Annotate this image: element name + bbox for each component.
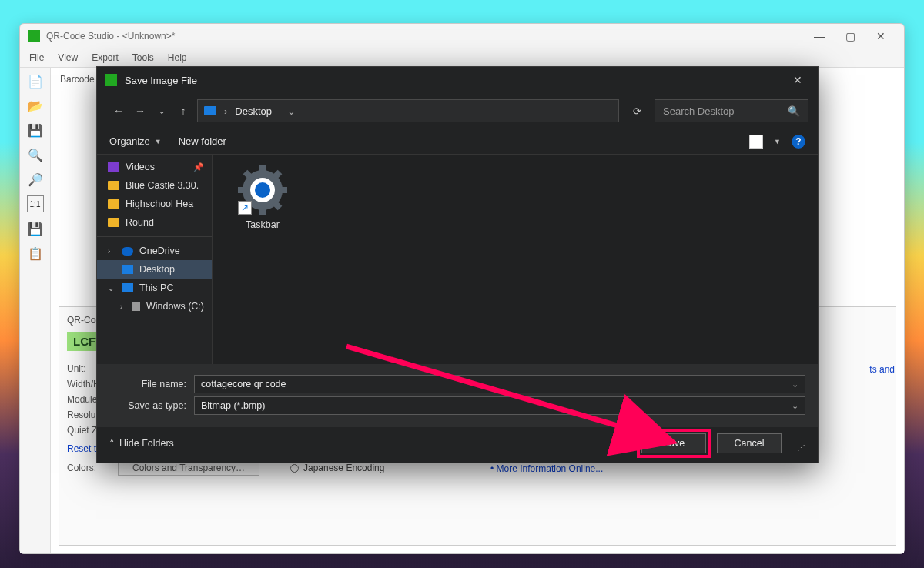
menu-view[interactable]: View xyxy=(58,52,78,63)
chevron-right-icon: › xyxy=(120,302,126,311)
zoom-in-icon[interactable]: 🔍 xyxy=(27,146,44,163)
search-input[interactable]: Search Desktop 🔍 xyxy=(654,99,808,122)
tree-item-highschool[interactable]: Highschool Hea xyxy=(97,195,212,213)
chevron-down-icon[interactable]: ⌄ xyxy=(792,379,798,389)
address-bar[interactable]: › Desktop ⌄ xyxy=(197,99,619,122)
export-image-icon[interactable]: 💾 xyxy=(27,220,44,237)
menu-file[interactable]: File xyxy=(29,52,44,63)
save-button[interactable]: Save xyxy=(641,433,706,453)
svg-rect-2 xyxy=(259,205,266,215)
dialog-toolbar: Organize ▼ New folder ▼ ? xyxy=(97,129,818,155)
nav-recent-icon[interactable]: ⌄ xyxy=(154,107,169,115)
file-item-label: Taskbar xyxy=(246,219,280,230)
chevron-down-icon: ▼ xyxy=(155,138,162,145)
minimize-button[interactable]: — xyxy=(804,25,835,47)
tree-item-bluecastle[interactable]: Blue Castle 3.30. xyxy=(97,176,212,195)
chevron-down-icon: ⌄ xyxy=(108,284,116,292)
cancel-button[interactable]: Cancel xyxy=(717,433,782,453)
svg-rect-1 xyxy=(259,165,266,175)
nav-back-icon[interactable]: ← xyxy=(111,105,126,117)
app-titlebar: QR-Code Studio - <Unknown>* — ▢ ✕ xyxy=(20,24,904,48)
savetype-label: Save as type: xyxy=(109,400,186,411)
new-doc-icon[interactable]: 📄 xyxy=(27,72,44,89)
onedrive-icon xyxy=(122,247,133,256)
app-icon xyxy=(28,30,40,42)
close-button[interactable]: ✕ xyxy=(865,25,896,47)
chevron-down-icon[interactable]: ⌄ xyxy=(792,401,798,411)
refresh-icon[interactable]: ⟳ xyxy=(625,105,648,117)
hide-folders-toggle[interactable]: ˄ Hide Folders xyxy=(109,438,174,449)
dialog-titlebar: Save Image File ✕ xyxy=(97,67,818,93)
tree-item-videos[interactable]: Videos📌 xyxy=(97,158,212,176)
videos-icon xyxy=(108,162,119,172)
svg-rect-4 xyxy=(278,187,287,193)
pin-icon: 📌 xyxy=(193,162,204,172)
desktop-icon xyxy=(122,265,133,274)
savetype-select[interactable]: Bitmap (*.bmp) ⌄ xyxy=(194,396,805,415)
help-icon[interactable]: ? xyxy=(792,135,805,149)
quietzone-label: Quiet Z xyxy=(67,425,97,436)
resize-grip-icon[interactable]: ⋰ xyxy=(797,443,805,453)
dialog-nav: ← → ⌄ ↑ › Desktop ⌄ ⟳ Search Desktop 🔍 xyxy=(97,93,818,129)
dialog-app-icon xyxy=(105,74,117,86)
nav-up-icon[interactable]: ↑ xyxy=(176,105,191,117)
width-label: Width/H xyxy=(67,379,100,389)
folder-icon xyxy=(108,218,119,227)
chevron-up-icon: ˄ xyxy=(109,438,115,449)
open-folder-icon[interactable]: 📂 xyxy=(27,97,44,114)
chevron-right-icon: › xyxy=(108,247,116,256)
japanese-encoding-radio[interactable]: Japanese Encoding xyxy=(290,463,384,473)
tree-item-desktop[interactable]: Desktop xyxy=(97,260,212,279)
organize-menu[interactable]: Organize ▼ xyxy=(109,135,162,147)
zoom-out-icon[interactable]: 🔎 xyxy=(27,171,44,188)
breadcrumb-dropdown-icon[interactable]: ⌄ xyxy=(287,105,296,117)
module-label: Module xyxy=(67,394,97,405)
search-placeholder: Search Desktop xyxy=(663,105,735,117)
desktop-location-icon xyxy=(204,106,216,115)
dialog-close-button[interactable]: ✕ xyxy=(785,69,810,91)
copy-icon[interactable]: 📋 xyxy=(27,245,44,262)
resolution-label: Resolut xyxy=(67,409,99,420)
new-folder-button[interactable]: New folder xyxy=(179,135,226,147)
news-fragment: ts and xyxy=(869,364,895,375)
menu-tools[interactable]: Tools xyxy=(132,52,154,63)
tree-item-round[interactable]: Round xyxy=(97,213,212,232)
maximize-button[interactable]: ▢ xyxy=(835,25,865,47)
shortcut-overlay-icon: ↗ xyxy=(238,201,252,215)
file-list[interactable]: ↗ Taskbar xyxy=(213,155,818,364)
app-menu: File View Export Tools Help xyxy=(20,48,904,67)
news-link-2[interactable]: • More Information Online... xyxy=(490,463,710,474)
folder-icon xyxy=(108,199,119,209)
drive-icon xyxy=(132,302,140,311)
one-to-one-icon[interactable]: 1:1 xyxy=(27,195,44,212)
tree-item-thispc[interactable]: ⌄This PC xyxy=(97,279,212,297)
tree-item-cdrive[interactable]: ›Windows (C:) xyxy=(97,297,212,316)
folder-icon xyxy=(108,181,119,190)
filename-label: File name: xyxy=(109,379,186,389)
search-icon: 🔍 xyxy=(788,105,800,117)
view-mode-button[interactable] xyxy=(749,135,763,149)
save-icon[interactable]: 💾 xyxy=(27,122,44,139)
thispc-icon xyxy=(122,283,133,292)
view-mode-dropdown-icon[interactable]: ▼ xyxy=(774,138,781,145)
app-title: QR-Code Studio - <Unknown>* xyxy=(46,31,175,42)
colors-label: Colors: xyxy=(67,463,113,473)
breadcrumb-desktop[interactable]: Desktop xyxy=(235,105,272,117)
save-image-dialog: Save Image File ✕ ← → ⌄ ↑ › Desktop ⌄ ⟳ … xyxy=(96,66,819,463)
unit-label: Unit: xyxy=(67,363,86,374)
nav-forward-icon[interactable]: → xyxy=(132,105,148,117)
dialog-actions: ˄ Hide Folders Save Cancel ⋰ xyxy=(97,427,818,463)
svg-rect-3 xyxy=(238,187,247,193)
filename-input[interactable]: cottagecore qr code ⌄ xyxy=(194,375,805,393)
app-toolbar: 📄 📂 💾 🔍 🔎 1:1 💾 📋 xyxy=(20,68,51,553)
svg-point-10 xyxy=(255,182,270,198)
menu-export[interactable]: Export xyxy=(92,52,119,63)
menu-help[interactable]: Help xyxy=(168,52,187,63)
breadcrumb-sep-icon: › xyxy=(224,105,227,117)
tree-item-onedrive[interactable]: ›OneDrive xyxy=(97,242,212,260)
file-item-taskbar[interactable]: ↗ Taskbar xyxy=(228,165,297,230)
dialog-bottom: File name: cottagecore qr code ⌄ Save as… xyxy=(97,364,818,427)
folder-tree: Videos📌 Blue Castle 3.30. Highschool Hea… xyxy=(97,155,213,364)
dialog-title: Save Image File xyxy=(125,75,197,86)
